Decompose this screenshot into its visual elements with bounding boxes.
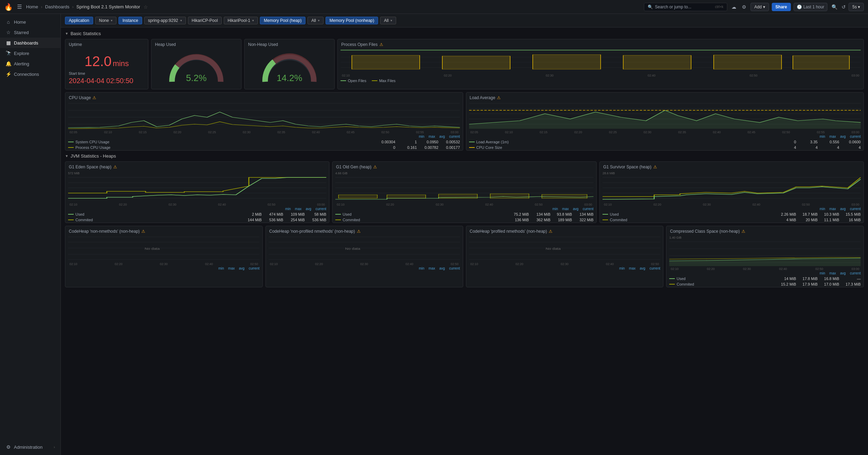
codemap-non-profiled-panel: CodeHeap 'non-profiled nmethods' (non-he… <box>265 226 463 287</box>
compressed-class-panel: Compressed Class Space (non-heap) ⚠ 1.40… <box>666 226 864 287</box>
open-files-chart <box>341 48 861 73</box>
refresh-interval[interactable]: 5s ▾ <box>849 3 864 11</box>
old-chart <box>335 176 593 202</box>
cpu-stat-system: System CPU Usage 0.00304 1 0.0950 0.0053… <box>65 139 463 145</box>
open-files-x-labels: 02:10 02:20 02:30 02:40 02:50 03:00 <box>341 74 861 77</box>
non-profiled-title: CodeHeap 'non-profiled nmethods' (non-he… <box>266 226 463 235</box>
eden-committed-dot <box>68 219 74 220</box>
start-time-value: 2024-04-04 02:50:50 <box>65 76 148 89</box>
chevron-icon: › <box>54 445 55 449</box>
load-stat-core: CPU Core Size 4 4 4 4 <box>466 145 864 150</box>
eden-stat-committed: Commited 144 MiB 536 MiB 254 MiB 536 MiB <box>65 217 329 223</box>
cpu-x-labels: 02:05 02:10 02:15 02:20 02:25 02:30 02:3… <box>68 130 460 134</box>
filter-hikaricp[interactable]: HikariCP-Pool <box>188 17 222 24</box>
sidebar-item-alerting[interactable]: 🔔 Alerting <box>0 58 60 69</box>
compressed-stat-committed: Commited 15.2 MiB 17.9 MiB 17.0 MiB 17.3… <box>666 281 863 287</box>
filter-instance-label: Instance <box>122 18 138 23</box>
section-jvm-stats[interactable]: ▼ JVM Statistics - Heaps <box>65 153 864 159</box>
sidebar-toggle[interactable]: ☰ <box>16 3 23 10</box>
sidebar-item-home[interactable]: ⌂ Home <box>0 17 60 27</box>
dropdown-caret4: ▾ <box>318 19 320 22</box>
open-files-title: Process Open Files ⚠ <box>338 39 863 48</box>
filter-hikaripool[interactable]: HikariPool-1 ▾ <box>224 17 258 24</box>
eden-x-labels: 02:10 02:20 02:30 02:40 02:50 03:00 <box>68 203 326 206</box>
jvm-collapse-icon: ▼ <box>65 154 68 158</box>
profiled-title: CodeHeap 'profiled nmethods' (non-heap) … <box>466 226 663 235</box>
sidebar-label-administration: Administration <box>14 445 42 450</box>
filter-instance[interactable]: Instance <box>118 17 142 24</box>
survivor-title: G1 Survivor Space (heap) ⚠ <box>600 162 863 171</box>
settings-icon[interactable]: ⚙ <box>740 3 748 11</box>
non-nmethods-chart: No data <box>68 235 260 261</box>
filter-application-value[interactable]: None ▾ <box>95 17 117 24</box>
sidebar-label-starred: Starred <box>14 30 29 35</box>
load-chart <box>469 102 861 129</box>
open-files-legend: Open Files Max Files <box>338 77 863 84</box>
filter-instance-value[interactable]: spring-app:9292 ▾ <box>144 17 186 24</box>
legend-color <box>341 80 346 81</box>
topbar: 🔥 ☰ Home › Dashboards › Spring Boot 2.1 … <box>0 0 868 14</box>
connections-icon: ⚡ <box>6 71 11 77</box>
filter-memory-nonheap-value[interactable]: All ▾ <box>380 17 396 24</box>
add-button[interactable]: Add ▾ <box>751 3 769 11</box>
svg-rect-34 <box>490 194 529 198</box>
nav-dashboards[interactable]: Dashboards <box>45 4 69 9</box>
filter-application[interactable]: Application <box>65 17 93 24</box>
layout: ⌂ Home ☆ Starred ▦ Dashboards 🔭 Explore … <box>0 14 868 455</box>
load-warn-icon: ⚠ <box>497 95 501 100</box>
section-basic-stats[interactable]: ▼ Basic Statistics <box>65 31 864 36</box>
starred-icon: ☆ <box>6 30 11 35</box>
svg-rect-7 <box>623 55 691 69</box>
svg-rect-32 <box>387 195 426 198</box>
filter-memory-nonheap[interactable]: Memory Pool (nonheap) <box>326 17 378 24</box>
filter-application-label: Application <box>69 18 89 23</box>
topbar-actions: ☁ ⚙ Add ▾ Share 🕐 Last 1 hour 🔍 ↺ 5s ▾ <box>730 3 864 11</box>
profiled-warn: ⚠ <box>549 229 552 234</box>
app-logo: 🔥 <box>4 3 13 11</box>
zoom-out-icon[interactable]: 🔍 <box>830 3 839 11</box>
svg-rect-6 <box>533 55 600 69</box>
survivor-x-labels: 02:10 02:20 02:30 02:40 02:50 03:00 <box>603 203 861 206</box>
refresh-icon[interactable]: ↺ <box>840 3 847 11</box>
cpu-warn-icon: ⚠ <box>92 95 96 100</box>
sidebar-item-connections[interactable]: ⚡ Connections <box>0 69 60 79</box>
uptime-unit: mins <box>113 59 129 68</box>
legend-dot-load <box>469 142 475 142</box>
legend-open-files: Open Files <box>341 79 366 83</box>
sidebar-item-administration[interactable]: ⚙ Administration › <box>0 442 60 452</box>
dashboard-panels: ▼ Basic Statistics Uptime 12.0 mins Star… <box>61 27 868 294</box>
dropdown-caret3: ▾ <box>252 19 254 22</box>
star-icon[interactable]: ☆ <box>144 4 148 10</box>
eden-warn: ⚠ <box>113 165 117 169</box>
sidebar-item-starred[interactable]: ☆ Starred <box>0 27 60 38</box>
non-heap-value: 14.2% <box>277 73 302 83</box>
non-heap-panel: Non-Heap Used 14.2% <box>244 39 335 89</box>
codemap-profiled-panel: CodeHeap 'profiled nmethods' (non-heap) … <box>466 226 664 287</box>
search-bar[interactable]: 🔍 Search or jump to... ctrl+k <box>644 3 727 11</box>
svg-text:No data: No data <box>345 247 360 250</box>
sidebar-label-alerting: Alerting <box>14 61 29 66</box>
time-range-picker[interactable]: 🕐 Last 1 hour <box>794 3 827 11</box>
uptime-panel: Uptime 12.0 mins Start time 2024-04-04 0… <box>65 39 148 89</box>
nav-home[interactable]: Home <box>26 4 38 9</box>
clock-icon: 🕐 <box>797 5 802 9</box>
codeheap-row: CodeHeap 'non-nmethods' (non-heap) ⚠ No … <box>65 226 864 287</box>
eden-used-dot <box>68 214 74 215</box>
filter-memory-heap-value[interactable]: All ▾ <box>308 17 324 24</box>
dropdown-caret2: ▾ <box>180 19 182 22</box>
cpu-load-row: CPU Usage ⚠ <box>65 92 864 151</box>
sidebar-item-explore[interactable]: 🔭 Explore <box>0 48 60 58</box>
filter-bar: Application None ▾ Instance spring-app:9… <box>61 14 868 27</box>
load-x-labels: 02:05 02:10 02:15 02:20 02:25 02:30 02:3… <box>469 130 861 134</box>
sidebar-item-dashboards[interactable]: ▦ Dashboards <box>0 38 60 48</box>
share-button[interactable]: Share <box>772 3 791 11</box>
breadcrumb: Home › Dashboards › Spring Boot 2.1 Syst… <box>26 4 641 10</box>
old-title: G1 Old Gen (heap) ⚠ <box>333 162 596 171</box>
section-label: Basic Statistics <box>71 31 101 36</box>
compressed-title: Compressed Class Space (non-heap) ⚠ <box>666 226 863 235</box>
filter-memory-heap[interactable]: Memory Pool (heap) <box>260 17 305 24</box>
codemap-non-nmethods-panel: CodeHeap 'non-nmethods' (non-heap) ⚠ No … <box>65 226 263 287</box>
compressed-chart <box>669 240 861 266</box>
g1-eden-panel: G1 Eden Space (heap) ⚠ 572 MiB <box>65 161 329 223</box>
cloud-icon[interactable]: ☁ <box>730 3 738 11</box>
